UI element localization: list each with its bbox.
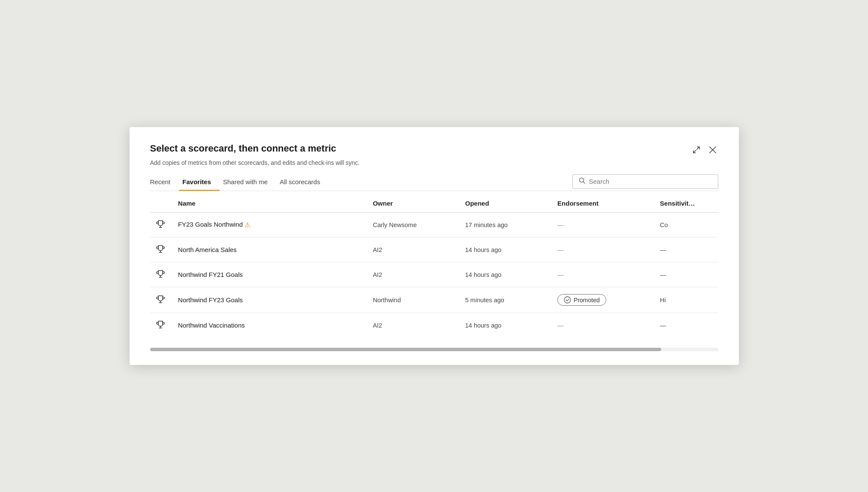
search-input[interactable]	[589, 178, 712, 185]
row-endorsement: —	[554, 313, 656, 338]
tabs: Recent Favorites Shared with me All scor…	[150, 174, 329, 191]
tabs-search-row: Recent Favorites Shared with me All scor…	[150, 174, 718, 191]
dialog-actions	[691, 144, 718, 157]
row-sensitivity: —	[656, 313, 718, 338]
promoted-badge: Promoted	[557, 294, 606, 306]
row-endorsement: —	[554, 262, 656, 287]
row-name: Northwind FY23 Goals	[175, 287, 369, 313]
table-row[interactable]: Northwind VaccinationsAI214 hours ago——	[150, 313, 718, 338]
row-opened: 5 minutes ago	[462, 287, 554, 313]
horizontal-scrollbar[interactable]	[150, 348, 718, 351]
col-header-owner: Owner	[369, 194, 462, 213]
tab-all-scorecards[interactable]: All scorecards	[276, 174, 329, 191]
search-icon	[579, 177, 586, 186]
row-sensitivity: Co	[656, 213, 718, 237]
row-owner: Carly Newsome	[369, 213, 462, 237]
col-header-sensitivity: Sensitivit…	[656, 194, 718, 213]
row-owner: AI2	[369, 313, 462, 338]
promoted-label: Promoted	[574, 297, 600, 304]
scorecards-table: Name Owner Opened Endorsement Sensitivit…	[150, 194, 718, 337]
trophy-icon	[150, 213, 175, 237]
scrollbar-thumb	[150, 348, 662, 351]
table-row[interactable]: Northwind FY23 GoalsNorthwind5 minutes a…	[150, 287, 718, 313]
dialog-subtitle: Add copies of metrics from other scoreca…	[150, 159, 718, 166]
table-container: Name Owner Opened Endorsement Sensitivit…	[150, 194, 718, 337]
row-opened: 14 hours ago	[462, 237, 554, 262]
row-owner: AI2	[369, 237, 462, 262]
dialog-header: Select a scorecard, then connect a metri…	[150, 143, 718, 166]
trophy-icon	[150, 313, 175, 338]
dialog-title: Select a scorecard, then connect a metri…	[150, 143, 336, 155]
dialog-title-row: Select a scorecard, then connect a metri…	[150, 143, 718, 157]
col-header-endorsement: Endorsement	[554, 194, 656, 213]
row-sensitivity: —	[656, 262, 718, 287]
row-opened: 14 hours ago	[462, 313, 554, 338]
search-box	[572, 174, 718, 189]
dialog: Select a scorecard, then connect a metri…	[130, 127, 739, 365]
row-name: Northwind Vaccinations	[175, 313, 369, 338]
expand-button[interactable]	[691, 144, 702, 157]
row-opened: 14 hours ago	[462, 262, 554, 287]
table-row[interactable]: Northwind FY21 GoalsAI214 hours ago——	[150, 262, 718, 287]
row-owner: Northwind	[369, 287, 462, 313]
row-sensitivity: —	[656, 237, 718, 262]
tab-shared-with-me[interactable]: Shared with me	[220, 174, 276, 191]
endorsement-dash: —	[557, 222, 564, 228]
row-sensitivity: Hi	[656, 287, 718, 313]
tab-recent[interactable]: Recent	[150, 174, 179, 191]
warning-icon: ⚠	[245, 221, 250, 228]
trophy-icon	[150, 287, 175, 313]
row-owner: AI2	[369, 262, 462, 287]
endorsement-dash: —	[557, 322, 564, 329]
row-name: North America Sales	[175, 237, 369, 262]
close-button[interactable]	[707, 144, 718, 157]
row-name: FY23 Goals Northwind ⚠	[175, 213, 369, 237]
row-opened: 17 minutes ago	[462, 213, 554, 237]
svg-point-1	[564, 297, 571, 303]
trophy-icon	[150, 237, 175, 262]
trophy-icon	[150, 262, 175, 287]
table-row[interactable]: FY23 Goals Northwind ⚠Carly Newsome17 mi…	[150, 213, 718, 237]
endorsement-dash: —	[557, 246, 564, 253]
row-endorsement: —	[554, 237, 656, 262]
col-header-opened: Opened	[462, 194, 554, 213]
row-endorsement: Promoted	[554, 287, 656, 313]
tab-favorites[interactable]: Favorites	[179, 174, 220, 191]
row-name: Northwind FY21 Goals	[175, 262, 369, 287]
table-row[interactable]: North America SalesAI214 hours ago——	[150, 237, 718, 262]
endorsement-dash: —	[557, 271, 564, 278]
col-header-icon	[150, 194, 175, 213]
col-header-name: Name	[175, 194, 369, 213]
row-endorsement: —	[554, 213, 656, 237]
